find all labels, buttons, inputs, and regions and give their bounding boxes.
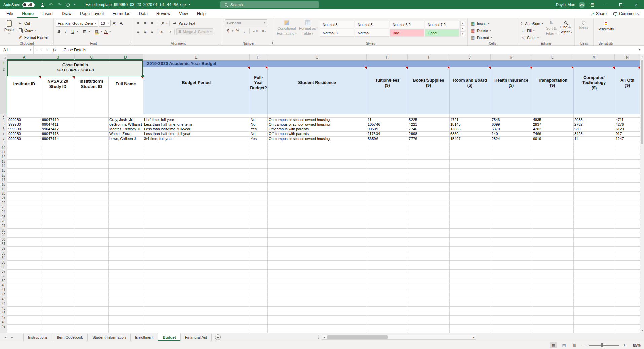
header-c[interactable]: Institution'sStudent ID — [75, 76, 108, 92]
italic-button[interactable]: I — [63, 28, 69, 35]
cell-A7[interactable]: 999980 — [8, 131, 40, 136]
sensitivity-button[interactable]: Sensitivity — [595, 19, 616, 32]
cell-F5[interactable]: No — [251, 122, 267, 127]
cell-K6[interactable]: 6370 — [492, 127, 531, 131]
column-header-c[interactable]: C — [75, 54, 108, 60]
cell-J5[interactable]: 18145 — [450, 122, 490, 127]
cell-D7[interactable]: Walker, Zora — [109, 131, 142, 136]
row-header-43[interactable]: 43 — [0, 297, 7, 302]
row-header-14[interactable]: 14 — [0, 164, 7, 168]
cell-A6[interactable]: 999980 — [8, 127, 40, 131]
row-header-15[interactable]: 15 — [0, 168, 7, 173]
cell-G7[interactable]: Off-campus with parents — [269, 131, 366, 136]
column-header-j[interactable]: J — [449, 54, 491, 60]
style-normal-8[interactable]: Normal 8 — [320, 29, 354, 37]
clear-button[interactable]: ×Clear▾ — [519, 34, 544, 41]
cell-I4[interactable]: 5225 — [409, 117, 449, 122]
grow-font-button[interactable]: A▴ — [111, 20, 118, 26]
header-g[interactable]: Student Residence — [267, 67, 367, 100]
search-box[interactable]: Search — [220, 1, 319, 8]
row-header-10[interactable]: 10 — [0, 146, 7, 150]
ribbon-tab-data[interactable]: Data — [135, 9, 152, 18]
cell-H8[interactable]: 56596 — [368, 136, 407, 141]
cell-I7[interactable]: 2998 — [409, 131, 449, 136]
horizontal-scrollbar[interactable]: ◂ ▸ — [322, 335, 476, 340]
qat-customize-chevron-icon[interactable]: ▾ — [74, 3, 76, 6]
style-normal-5[interactable]: Normal 5 — [355, 21, 389, 28]
cell-E5[interactable]: Less than half-time, one term — [144, 122, 249, 127]
autosave-control[interactable]: AutoSave Off — [3, 2, 35, 7]
align-center-button[interactable]: ≡ — [142, 28, 148, 35]
cell-B6[interactable]: 99047412 — [42, 127, 74, 131]
header-m[interactable]: Computer/Technology($) — [573, 67, 615, 100]
ribbon-tab-review[interactable]: Review — [152, 9, 175, 18]
cell-F4[interactable]: No — [251, 117, 267, 122]
row-header-1[interactable]: 1 — [0, 60, 7, 67]
ribbon-tab-help[interactable]: Help — [192, 9, 210, 18]
row-header-46[interactable]: 46 — [0, 311, 7, 315]
autosave-toggle[interactable]: Off — [22, 2, 35, 7]
shrink-font-button[interactable]: A▾ — [118, 20, 125, 26]
document-title[interactable]: ExcelTemplate_999980_03_23_2020 01_51_44… — [85, 2, 190, 7]
cell-B4[interactable]: 99047410 — [42, 117, 74, 122]
cell-B7[interactable]: 99047413 — [42, 131, 74, 136]
header-b[interactable]: NPSAS:20Study ID — [41, 76, 75, 92]
cell-A4[interactable]: 999980 — [8, 117, 40, 122]
cut-button[interactable]: ✂Cut — [16, 20, 50, 27]
gallery-down-icon[interactable]: ▾ — [460, 26, 465, 31]
scroll-left-icon[interactable]: ◂ — [322, 336, 326, 339]
format-painter-button[interactable]: Format Painter — [16, 34, 50, 41]
row-header-24[interactable]: 24 — [0, 210, 7, 215]
row-header-17[interactable]: 17 — [0, 178, 7, 182]
style-normal-6-2[interactable]: Normal 6 2 — [390, 21, 424, 28]
increase-indent-button[interactable]: ⇥ — [166, 28, 173, 35]
ribbon-tab-page-layout[interactable]: Page Layout — [76, 9, 108, 18]
cell-F8[interactable]: Yes — [251, 136, 267, 141]
comma-style-button[interactable]: , — [241, 28, 248, 34]
header-j[interactable]: Room and Board($) — [449, 67, 491, 100]
style-normal[interactable]: Normal — [355, 29, 389, 37]
redo-icon[interactable]: ↷ — [58, 3, 61, 7]
normal-view-button[interactable]: ▦ — [550, 342, 557, 348]
cell-N4[interactable]: 4711 — [616, 117, 639, 122]
ribbon-tab-file[interactable]: File — [2, 9, 17, 18]
fill-color-button[interactable]: ▨ — [94, 28, 100, 35]
row-header-30[interactable]: 30 — [0, 237, 7, 242]
cell-L7[interactable]: 7466 — [533, 131, 573, 136]
row-header-23[interactable]: 23 — [0, 205, 7, 210]
quick-access-icon[interactable] — [66, 3, 70, 7]
undo-icon[interactable]: ↶ — [49, 3, 53, 7]
scroll-up-icon[interactable]: ▴ — [640, 55, 644, 58]
formula-bar-expand-icon[interactable]: ▾ — [635, 46, 644, 54]
sheet-tab-budget[interactable]: Budget — [158, 333, 181, 341]
row-header-20[interactable]: 20 — [0, 191, 7, 196]
sheet-nav-left-icon[interactable]: ◂ — [5, 335, 6, 339]
autosum-button[interactable]: ΣAutoSum▾ — [519, 20, 544, 27]
row-header-44[interactable]: 44 — [0, 302, 7, 306]
style-good[interactable]: Good — [425, 29, 459, 37]
column-header-e[interactable]: E — [143, 54, 250, 60]
cell-E7[interactable]: Less than half-time, full-year — [144, 131, 249, 136]
column-header-a[interactable]: A — [7, 54, 41, 60]
orientation-button[interactable]: ↗ — [159, 20, 166, 26]
row-header-3[interactable]: 3 — [0, 114, 7, 117]
font-dialog-launcher[interactable] — [129, 42, 132, 44]
font-name-select[interactable]: Franklin Gothic Dem▾ — [56, 20, 98, 27]
cell-D4[interactable]: Gray, Josh Jr. — [109, 117, 142, 122]
cell-B5[interactable]: 99047411 — [42, 122, 74, 127]
style-normal-7-2[interactable]: Normal 7 2 — [425, 21, 459, 28]
row-header-6[interactable]: 6 — [0, 127, 7, 131]
scroll-down-icon[interactable]: ▾ — [640, 329, 644, 332]
ribbon-display-options-icon[interactable]: ▤ — [591, 2, 594, 7]
sheet-tab-financial-aid[interactable]: Financial Aid — [181, 333, 212, 341]
row-header-33[interactable]: 33 — [0, 251, 7, 256]
align-right-button[interactable]: ≡ — [149, 28, 155, 35]
bold-button[interactable]: B — [56, 28, 62, 35]
clipboard-dialog-launcher[interactable] — [50, 42, 52, 44]
merge-center-button[interactable]: ⊞Merge & Center▾ — [176, 28, 213, 35]
row-header-29[interactable]: 29 — [0, 233, 7, 237]
column-header-b[interactable]: B — [41, 54, 75, 60]
cell-M4[interactable]: 2088 — [574, 117, 614, 122]
column-header-g[interactable]: G — [267, 54, 367, 60]
zoom-level[interactable]: 85% — [630, 343, 641, 347]
